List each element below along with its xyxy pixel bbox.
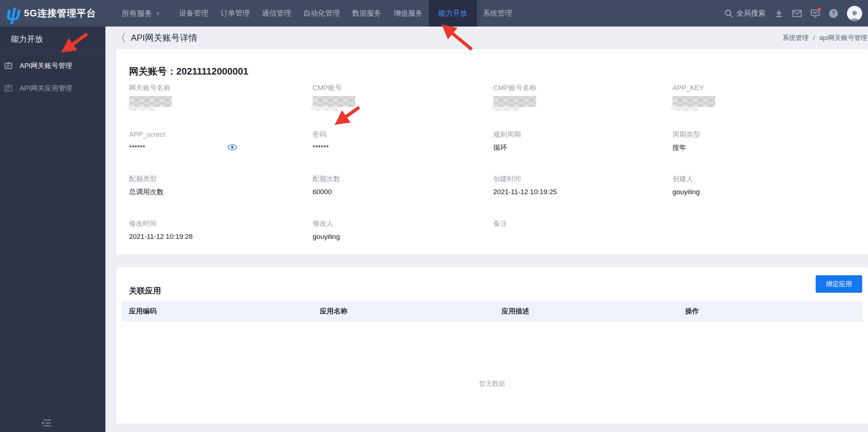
back-chevron-icon: 〈 [116,30,126,45]
empty-state-text: 暂无数据 [116,379,868,388]
breadcrumb: 系统管理 / api网关账号管理 [783,27,867,49]
app-root: ψ 5G连接管理平台 所有服务 ∨ 设备管理 订单管理 通信管理 自动化管理 数… [0,0,868,432]
redacted-value-block [672,96,715,107]
gateway-account-number-title: 网关账号：20211112000001 [129,65,248,78]
platform-title: 5G连接管理平台 [24,7,96,20]
redacted-value-block [313,96,355,107]
nav-item-comm-mgmt[interactable]: 通信管理 [256,0,297,27]
nav-item-capability-open[interactable]: 能力开放 [429,0,477,27]
field-app-secret: APP_screct ****** [129,130,300,152]
field-quota-type: 配额类型 总调用次数 [129,175,300,196]
column-header-app-name: 应用名称 [320,301,347,321]
top-nav-bar: ψ 5G连接管理平台 所有服务 ∨ 设备管理 订单管理 通信管理 自动化管理 数… [0,0,868,27]
help-icon[interactable]: ? [829,9,838,18]
field-cycle-type: 周期类型 按年 [672,130,843,152]
notification-dot [818,8,821,11]
breadcrumb-separator: / [813,34,815,42]
field-password: 密码 ****** [313,130,483,152]
breadcrumb-system-mgmt[interactable]: 系统管理 [783,33,809,42]
user-avatar[interactable] [847,6,862,21]
nav-item-order-mgmt[interactable]: 订单管理 [214,0,256,27]
field-create-time: 创建时间 2021-11-12 10:19:25 [493,175,664,196]
field-modify-time: 修改时间 2021-11-12 10:19:28 [129,219,300,241]
field-quota-count: 配额次数 60000 [313,175,483,196]
sidebar-item-api-gateway-app-mgmt[interactable]: API网关应用管理 [0,77,105,100]
sidebar-collapse-icon[interactable] [40,418,52,428]
related-apps-card: 关联应用 绑定应用 应用编码 应用名称 应用描述 操作 暂无数据 [116,267,868,424]
breadcrumb-api-gateway-account-mgmt[interactable]: api网关账号管理 [819,33,867,42]
monitor-alert-icon[interactable] [811,9,820,18]
search-icon [724,9,734,18]
field-modifier: 修改人 gouyiling [313,219,483,241]
redacted-value-block [129,96,172,107]
field-remark: 备注 [493,219,664,241]
redacted-value-block [493,96,536,107]
all-services-menu[interactable]: 所有服务 ∨ [122,8,160,19]
related-apps-title: 关联应用 [129,285,161,296]
sidebar-item-api-gateway-account-mgmt[interactable]: API网关账号管理 [0,55,105,77]
field-creator: 创建人 gouyiling [672,175,843,196]
global-search[interactable]: 全局搜索 [724,8,765,18]
nav-item-device-mgmt[interactable]: 设备管理 [173,0,214,27]
gateway-account-detail-card: 网关账号：20211112000001 网关账号名称 CMP账号 CMP账号名称… [116,49,868,255]
primary-nav: 设备管理 订单管理 通信管理 自动化管理 数据服务 增值服务 能力开放 系统管理 [173,0,518,27]
bind-app-button[interactable]: 绑定应用 [816,275,862,293]
nav-item-system-mgmt[interactable]: 系统管理 [477,0,518,27]
sidebar: 能力开放 API网关账号管理 API网关应用管理 [0,27,105,432]
related-apps-table-header: 应用编码 应用名称 应用描述 操作 [122,301,863,321]
mail-icon[interactable] [792,9,802,18]
sidebar-item-label: API网关应用管理 [20,84,72,93]
sidebar-divider [0,51,105,52]
column-header-app-code: 应用编码 [129,301,157,321]
chevron-down-icon: ∨ [156,10,160,17]
global-search-label: 全局搜索 [736,8,765,18]
field-cmp-account: CMP账号 [313,84,483,107]
clipboard-icon [4,61,13,71]
clipboard-icon [4,84,13,93]
column-header-actions: 操作 [685,301,699,321]
page-header: 〈 API网关账号详情 系统管理 / api网关账号管理 [105,27,868,49]
sidebar-title: 能力开放 [0,27,105,51]
all-services-label: 所有服务 [122,8,152,19]
field-app-key: APP_KEY [672,84,843,107]
field-rule-cycle: 规则周期 循环 [493,130,664,152]
nav-right-tools: 全局搜索 ? [724,0,862,27]
field-cmp-account-name: CMP账号名称 [493,84,664,107]
back-button[interactable]: 〈 API网关账号详情 [116,32,197,44]
nav-item-value-added-service[interactable]: 增值服务 [387,0,429,27]
eye-icon[interactable] [227,143,238,152]
sidebar-item-label: API网关账号管理 [20,61,72,71]
platform-logo-icon: ψ [5,4,22,23]
nav-item-automation-mgmt[interactable]: 自动化管理 [297,0,346,27]
field-gateway-account-name: 网关账号名称 [129,84,300,107]
download-icon[interactable] [774,9,784,18]
column-header-app-description: 应用描述 [502,301,529,321]
nav-item-data-service[interactable]: 数据服务 [346,0,387,27]
page-title: API网关账号详情 [131,32,197,44]
